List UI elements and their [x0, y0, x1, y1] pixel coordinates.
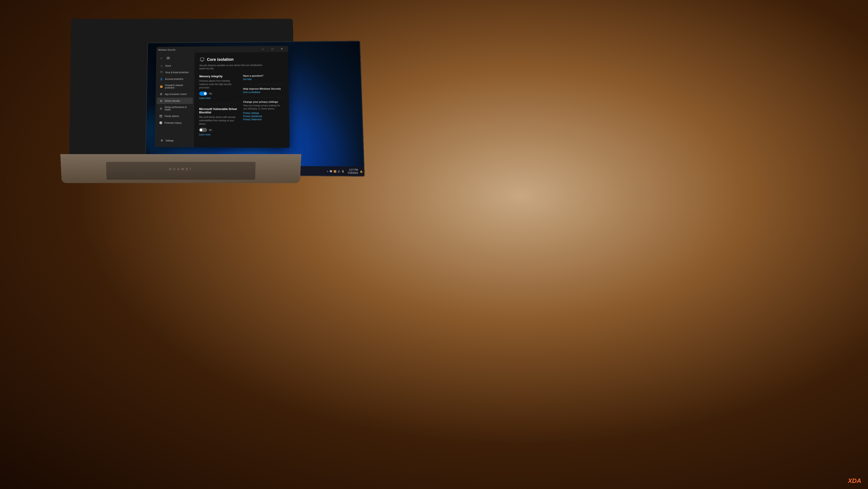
driver-blocklist-title: Microsoft Vulnerable Driver Blocklist	[199, 107, 239, 114]
clock-date: 7/29/2024	[347, 171, 358, 174]
privacy-dashboard-link[interactable]: Privacy dashboard	[243, 115, 284, 117]
privacy-settings-link[interactable]: Privacy settings	[243, 112, 284, 114]
hamburger-menu[interactable]	[166, 56, 170, 60]
background-scene: Windows Security ─ □ ✕ ←	[0, 0, 868, 489]
minimize-button[interactable]: ─	[258, 46, 268, 52]
give-feedback-link[interactable]: Give us feedback	[243, 91, 284, 93]
driver-blocklist-status: On	[209, 129, 212, 131]
sidebar-item-history-label: Protection history	[164, 121, 182, 124]
sidebar-item-family-label: Family options	[164, 115, 179, 117]
have-question-title: Have a question?	[243, 74, 283, 77]
firewall-icon: 📶	[160, 85, 163, 88]
device-security-icon: 🖥	[159, 99, 162, 102]
memory-integrity-section: Memory integrity Prevents attacks from i…	[199, 75, 239, 99]
memory-integrity-title: Memory integrity	[199, 75, 239, 78]
driver-blocklist-desc: Microsoft blocks drivers with security v…	[199, 115, 239, 125]
driver-blocklist-learn-more[interactable]: Learn more	[199, 133, 239, 136]
svg-rect-0	[200, 58, 204, 61]
page-header: Core isolation	[199, 56, 283, 62]
tray-up-arrow[interactable]: ∧	[327, 170, 328, 173]
history-icon: 🕐	[159, 121, 162, 124]
hamburger-line-3	[166, 59, 170, 59]
memory-integrity-toggle[interactable]	[199, 92, 207, 96]
window-controls: ─ □ ✕	[258, 46, 286, 52]
improve-security-title: Help improve Windows Security	[243, 87, 284, 90]
content-left: Memory integrity Prevents attacks from i…	[199, 75, 239, 141]
privacy-title: Change your privacy settings	[243, 100, 284, 103]
performance-icon: ◎	[159, 107, 162, 110]
back-button[interactable]: ←	[159, 55, 164, 61]
title-bar: Windows Security ─ □ ✕	[156, 46, 288, 53]
right-panel: Have a question? Get help Help improve W…	[243, 74, 285, 141]
sidebar-item-virus-label: Virus & threat protection	[165, 71, 189, 74]
memory-integrity-desc: Prevents attacks from inserting maliciou…	[199, 79, 239, 89]
sidebar-item-app[interactable]: ⊞ App & browser control	[157, 91, 193, 97]
virus-icon: 🛡	[160, 71, 163, 74]
settings-button[interactable]: ⚙ Settings	[158, 137, 191, 144]
app-icon: ⊞	[160, 92, 163, 96]
maximize-button[interactable]: □	[268, 46, 277, 52]
tray-speaker[interactable]: 🔊	[337, 170, 340, 173]
account-icon: 👤	[160, 77, 163, 81]
memory-integrity-learn-more[interactable]: Learn more	[199, 97, 239, 99]
home-icon: ⌂	[160, 64, 163, 67]
sidebar-item-home[interactable]: ⌂ Home	[157, 62, 193, 69]
sidebar-item-app-label: App & browser control	[165, 93, 186, 95]
feedback-section: Help improve Windows Security Give us fe…	[243, 87, 284, 93]
section-divider	[199, 104, 239, 104]
system-tray: ∧ 💬 📶 🔊 🔋 3:27 PM 7/29/2024 🔔	[325, 168, 363, 175]
notifications-button[interactable]: 🔔	[360, 170, 363, 173]
tray-wifi[interactable]: 📶	[333, 170, 336, 173]
sidebar-bottom: ⚙ Settings	[155, 136, 194, 145]
driver-blocklist-toggle-row: On	[199, 128, 239, 132]
right-divider-2	[243, 97, 284, 97]
privacy-section: Change your privacy settings View and ch…	[243, 100, 284, 121]
memory-integrity-status: On	[209, 92, 212, 95]
settings-label: Settings	[165, 139, 174, 142]
right-divider-1	[243, 84, 284, 84]
page-description: Security features available on your devi…	[199, 64, 266, 70]
sidebar-item-firewall-label: Firewall & network protection	[165, 84, 191, 89]
windows-security-window: Windows Security ─ □ ✕ ←	[155, 46, 290, 148]
sidebar-item-performance[interactable]: ◎ Device performance & health	[157, 104, 193, 112]
sidebar-top: ←	[156, 54, 195, 62]
sidebar-item-device-label: Device security	[165, 99, 180, 102]
sidebar: ← ⌂ Home 🛡	[155, 53, 195, 147]
memory-integrity-toggle-row: On	[199, 91, 239, 95]
tray-battery[interactable]: 🔋	[341, 170, 344, 173]
main-content: Core isolation Security features availab…	[194, 52, 290, 148]
tray-icons: ∧ 💬 📶 🔊 🔋	[325, 170, 346, 173]
sidebar-item-home-label: Home	[165, 64, 171, 67]
xda-logo: XDA	[848, 477, 861, 485]
close-button[interactable]: ✕	[277, 46, 286, 52]
hamburger-line-1	[167, 57, 170, 57]
toggle-thumb-2	[199, 128, 202, 131]
sidebar-item-family[interactable]: 👨‍👩‍👧 Family options	[156, 113, 193, 119]
privacy-desc: View and change privacy settings for you…	[243, 104, 284, 110]
page-icon	[199, 57, 205, 62]
tray-notifications[interactable]: 💬	[329, 170, 332, 173]
sidebar-item-firewall[interactable]: 📶 Firewall & network protection	[157, 82, 193, 90]
settings-icon: ⚙	[160, 139, 163, 142]
window-body: ← ⌂ Home 🛡	[155, 52, 290, 148]
sidebar-item-account-label: Account protection	[165, 78, 183, 80]
sidebar-item-history[interactable]: 🕐 Protection history	[156, 120, 193, 126]
driver-blocklist-toggle[interactable]	[199, 128, 207, 132]
hamburger-line-2	[166, 58, 170, 58]
clock-time: 3:27 PM	[347, 168, 358, 172]
driver-blocklist-section: Microsoft Vulnerable Driver Blocklist Mi…	[199, 107, 239, 136]
page-title: Core isolation	[207, 57, 234, 62]
sidebar-item-virus[interactable]: 🛡 Virus & threat protection	[157, 69, 193, 76]
taskbar-clock[interactable]: 3:27 PM 7/29/2024	[347, 168, 358, 175]
sidebar-item-account[interactable]: 👤 Account protection	[157, 76, 193, 82]
privacy-statement-link[interactable]: Privacy Statement	[243, 118, 284, 121]
sidebar-item-performance-label: Device performance & health	[164, 106, 190, 111]
help-section: Have a question? Get help	[243, 74, 284, 80]
brand-label: HUAWEI	[169, 167, 193, 171]
get-help-link[interactable]: Get help	[243, 78, 284, 81]
sidebar-item-device-security[interactable]: 🖥 Device security	[157, 97, 193, 104]
content-layout: Memory integrity Prevents attacks from i…	[199, 74, 285, 141]
toggle-thumb	[204, 92, 207, 95]
family-icon: 👨‍👩‍👧	[159, 115, 162, 118]
window-title: Windows Security	[158, 48, 258, 51]
